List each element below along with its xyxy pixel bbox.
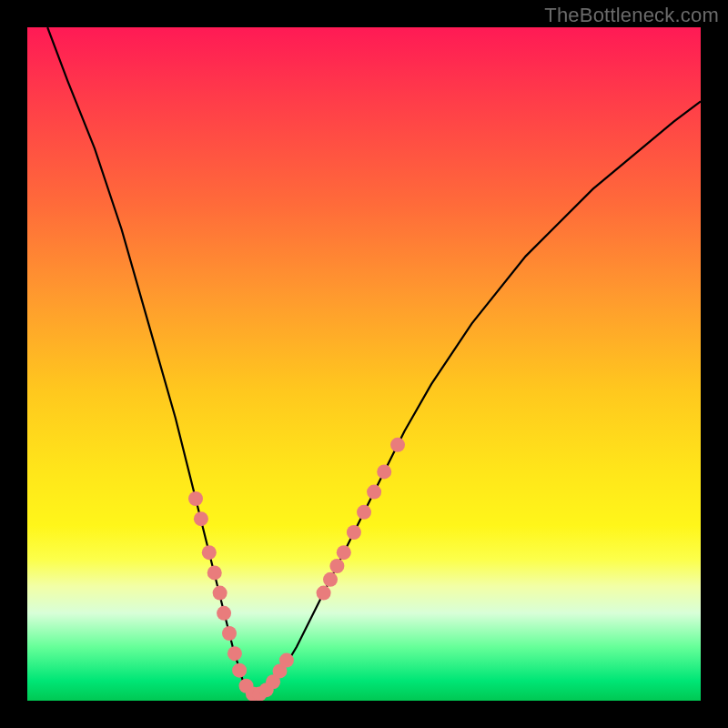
curve-layer [27,27,701,701]
curve-marker [232,663,247,678]
bottleneck-curve [47,27,701,694]
curve-marker [377,464,391,479]
curve-marker [317,586,331,601]
curve-marker [222,626,237,641]
curve-marker [337,545,351,560]
curve-marker [329,559,344,573]
watermark-text: TheBottleneck.com [544,4,719,27]
curve-marker [390,438,405,452]
curve-marker [213,586,228,601]
curve-marker [279,653,294,668]
curve-marker [194,511,208,526]
curve-marker [357,505,371,520]
curve-marker [207,565,222,580]
marker-group [188,438,405,701]
plot-area [27,27,701,701]
curve-marker [367,485,381,500]
curve-marker [323,572,338,587]
curve-marker [228,646,242,661]
curve-marker [188,491,203,506]
curve-marker [202,545,217,560]
curve-marker [217,606,231,621]
curve-marker [347,525,361,540]
chart-frame: TheBottleneck.com [0,0,728,728]
